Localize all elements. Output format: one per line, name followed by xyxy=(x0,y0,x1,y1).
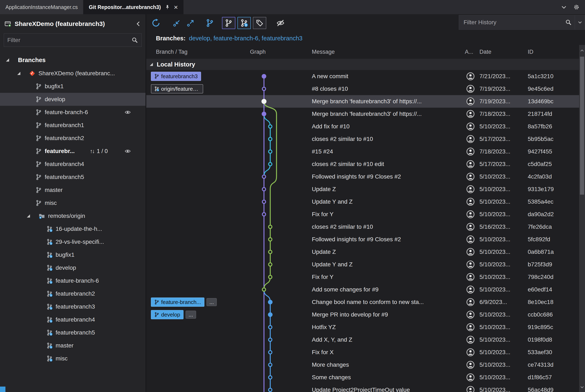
branch-tree-item[interactable]: featurebranch4 xyxy=(0,158,145,170)
commit-row[interactable]: closes #2 similar to #10 edit5/17/2023..… xyxy=(146,158,579,170)
branch-filter-link[interactable]: featurebranch3 xyxy=(262,35,302,42)
scroll-down-arrow[interactable] xyxy=(579,385,585,390)
commit-row[interactable]: #15 #247/18/2023...9427f455 xyxy=(146,145,579,158)
branch-tree-item[interactable]: featurebranch2 xyxy=(0,132,145,145)
branch-tree-item[interactable]: 16-update-the-h... xyxy=(0,222,145,236)
branch-filter-link[interactable]: feature-branch-6 xyxy=(214,35,258,42)
search-icon[interactable] xyxy=(562,19,575,26)
branch-tree-item[interactable]: bugfix1 xyxy=(0,80,145,93)
branch-tree-item[interactable]: feature-branch-6 xyxy=(0,106,145,119)
commit-row[interactable]: Update Y and Z5/10/2023...5385a4ec xyxy=(146,196,579,208)
more-branches-button[interactable]: ... xyxy=(206,298,217,306)
tab-label: Git Repositor...aturebranch3) xyxy=(89,4,161,10)
branch-badge[interactable]: featurebranch3 xyxy=(151,72,201,81)
branch-tree-item[interactable]: remotes/origin xyxy=(0,210,145,222)
chevron-down-icon[interactable] xyxy=(575,15,585,30)
branch-tree-item[interactable]: featurebranch4 xyxy=(0,313,145,326)
fetch-icon[interactable] xyxy=(171,17,183,29)
vertical-scrollbar[interactable] xyxy=(579,45,585,392)
eye-icon[interactable] xyxy=(124,148,131,154)
branch-badge[interactable]: origin/featureb... xyxy=(151,84,203,94)
commit-row[interactable]: closes #2 similar to #105/16/2023...7fe2… xyxy=(146,220,579,233)
search-icon[interactable] xyxy=(131,37,138,44)
pin-icon[interactable] xyxy=(165,4,170,10)
expander-icon[interactable] xyxy=(17,71,26,76)
branch-tree-item[interactable]: featurebranch2 xyxy=(0,287,145,300)
commit-row[interactable]: Followed insights for #9 Closes #25/10/2… xyxy=(146,170,579,183)
filter-history-input[interactable] xyxy=(464,19,562,26)
branches-section-header[interactable]: Branches xyxy=(0,54,145,66)
commit-row[interactable]: featurebranch3A new commit7/21/2023...5a… xyxy=(146,70,579,82)
branch-tree-item[interactable]: bugfix1 xyxy=(0,248,145,261)
branch-tree-item[interactable]: featurebranch5 xyxy=(0,326,145,339)
expander-icon[interactable] xyxy=(149,62,153,66)
close-icon[interactable]: × xyxy=(174,4,178,11)
compare-branches-icon[interactable] xyxy=(204,17,216,29)
commit-row[interactable]: Followed insights for #9 Closes #25/10/2… xyxy=(146,233,579,246)
commit-row[interactable]: Some changes5/10/2023...d1f86c57 xyxy=(146,371,579,384)
column-header-date[interactable]: Date xyxy=(478,49,527,55)
commit-row[interactable]: Update Z5/10/2023...9313e179 xyxy=(146,183,579,196)
branch-tree-item[interactable]: master xyxy=(0,184,145,196)
commit-row[interactable]: More changes5/10/2023...ce74313d xyxy=(146,358,579,371)
more-branches-button[interactable]: ... xyxy=(186,311,196,318)
commit-row[interactable]: closes #2 similar to #105/17/2023...5b95… xyxy=(146,133,579,145)
branch-tree-item[interactable]: misc xyxy=(0,196,145,210)
branch-tree-item[interactable]: featurebranch5 xyxy=(0,170,145,184)
commit-row[interactable]: Merge branch 'featurebranch3' of https:/… xyxy=(146,108,579,120)
branch-tree-item[interactable]: develop xyxy=(0,93,145,106)
commit-row[interactable]: Update Y and Z5/10/2023...b725f3d9 xyxy=(146,258,579,271)
commit-row[interactable]: Hotfix YZ5/10/2023...919c895c xyxy=(146,321,579,334)
branch-tree-item[interactable]: feature-branch-6 xyxy=(0,274,145,287)
column-header-branch-tag[interactable]: Branch / Tag xyxy=(146,49,248,55)
hide-avatars-icon[interactable] xyxy=(275,17,286,29)
expander-icon[interactable] xyxy=(26,214,35,218)
branch-badge[interactable]: develop xyxy=(151,310,183,319)
commit-row[interactable]: Add some changes for #95/10/2023...e60ed… xyxy=(146,283,579,296)
commit-row[interactable]: Fix for Y5/10/2023...da90a2d2 xyxy=(146,208,579,220)
commit-row[interactable]: Merge branch 'featurebranch3' of https:/… xyxy=(146,95,579,108)
branch-filter-input[interactable] xyxy=(7,37,131,44)
branch-tree-item[interactable]: misc xyxy=(0,352,145,365)
branch-badge[interactable]: feature-branch... xyxy=(151,298,204,307)
show-remote-branches-toggle[interactable] xyxy=(237,17,251,29)
commit-row[interactable]: develop...Merge PR into develop for #95/… xyxy=(146,308,579,321)
branch-tree-item[interactable]: ShareXDemo (featurebranc... xyxy=(0,67,145,80)
commit-row[interactable]: Update Z5/10/2023...0a6b871a xyxy=(146,246,579,258)
branch-filter-link[interactable]: develop xyxy=(189,35,210,42)
branch-tree-item[interactable]: featurebranch1 xyxy=(0,119,145,132)
gear-icon[interactable] xyxy=(573,4,580,10)
local-history-section-header[interactable]: Local History xyxy=(146,59,579,70)
commit-row[interactable]: origin/featureb...#8 closes #107/19/2023… xyxy=(146,82,579,95)
branch-tree-item[interactable]: featurebr...↑↓1 / 0 xyxy=(0,145,145,158)
commit-id: 4c2fa03d xyxy=(527,173,579,180)
scroll-up-arrow[interactable] xyxy=(579,48,585,53)
commit-row[interactable]: feature-branch......Change bool name to … xyxy=(146,296,579,308)
commit-row[interactable]: Add fix for #105/10/2023...8a57fb26 xyxy=(146,120,579,133)
tab-applicationinstancemanager[interactable]: ApplicationInstanceManager.cs xyxy=(0,0,83,14)
commit-row[interactable]: Add X, Y, and Z5/10/2023...0198f0d8 xyxy=(146,334,579,346)
eye-icon[interactable] xyxy=(124,109,131,116)
branch-tree-item[interactable]: master xyxy=(0,339,145,352)
chevron-down-icon[interactable] xyxy=(561,4,567,10)
expander-icon[interactable] xyxy=(5,58,15,62)
commit-row[interactable]: Update Project2ProjectTimeOut value5/10/… xyxy=(146,384,579,392)
commit-message: Some changes xyxy=(309,374,463,381)
branch-tree-item[interactable]: develop xyxy=(0,261,145,274)
branch-tree-item[interactable]: 29-vs-live-specifi... xyxy=(0,236,145,248)
scrollbar-thumb[interactable] xyxy=(580,57,584,195)
refresh-icon[interactable] xyxy=(150,17,162,29)
collapse-panel-icon[interactable] xyxy=(135,21,141,27)
column-header-author[interactable]: A... xyxy=(463,49,478,55)
commit-row[interactable]: Fix for X5/10/2023...533aef30 xyxy=(146,346,579,358)
show-local-branches-toggle[interactable] xyxy=(222,17,235,29)
push-icon[interactable] xyxy=(185,17,196,29)
column-header-id[interactable]: ID xyxy=(527,49,579,55)
column-header-message[interactable]: Message xyxy=(309,49,463,55)
column-header-graph[interactable]: Graph xyxy=(248,49,309,55)
branch-tree-item[interactable]: featurebranch3 xyxy=(0,300,145,313)
commit-row[interactable]: Fix for Y5/10/2023...798c240d xyxy=(146,271,579,283)
tab-git-repository[interactable]: Git Repositor...aturebranch3) × xyxy=(83,0,183,14)
branch-name: remotes/origin xyxy=(48,212,85,219)
show-tags-toggle[interactable] xyxy=(253,17,266,29)
